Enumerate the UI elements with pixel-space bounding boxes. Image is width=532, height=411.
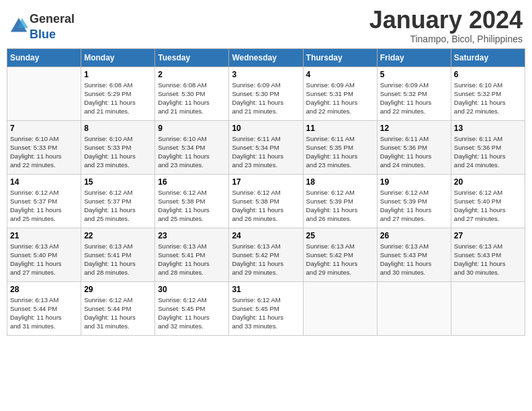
calendar-header: Sunday Monday Tuesday Wednesday Thursday… xyxy=(7,48,525,66)
calendar-cell: 26Sunrise: 6:13 AMSunset: 5:43 PMDayligh… xyxy=(377,228,451,281)
calendar-cell: 9Sunrise: 6:10 AMSunset: 5:34 PMDaylight… xyxy=(155,120,229,174)
calendar-table: Sunday Monday Tuesday Wednesday Thursday… xyxy=(7,48,525,336)
day-number: 25 xyxy=(306,231,374,240)
day-info: Sunrise: 6:11 AMSunset: 5:34 PMDaylight:… xyxy=(232,134,300,170)
day-info: Sunrise: 6:12 AMSunset: 5:37 PMDaylight:… xyxy=(84,188,152,224)
day-info: Sunrise: 6:12 AMSunset: 5:38 PMDaylight:… xyxy=(232,188,300,224)
day-info: Sunrise: 6:09 AMSunset: 5:32 PMDaylight:… xyxy=(380,81,448,116)
day-number: 20 xyxy=(454,177,522,187)
calendar-week-row: 7Sunrise: 6:10 AMSunset: 5:33 PMDaylight… xyxy=(7,120,525,174)
location-text: Tinampo, Bicol, Philippines xyxy=(369,34,523,44)
calendar-week-row: 1Sunrise: 6:08 AMSunset: 5:29 PMDaylight… xyxy=(7,66,525,120)
calendar-cell: 7Sunrise: 6:10 AMSunset: 5:33 PMDaylight… xyxy=(7,120,81,174)
day-info: Sunrise: 6:13 AMSunset: 5:40 PMDaylight:… xyxy=(10,242,78,277)
day-info: Sunrise: 6:10 AMSunset: 5:33 PMDaylight:… xyxy=(10,134,78,170)
calendar-cell: 28Sunrise: 6:13 AMSunset: 5:44 PMDayligh… xyxy=(7,281,81,335)
calendar-cell xyxy=(451,281,525,335)
day-number: 15 xyxy=(84,177,152,187)
day-number: 2 xyxy=(158,70,226,79)
col-monday: Monday xyxy=(81,48,155,66)
day-number: 7 xyxy=(10,124,78,133)
day-info: Sunrise: 6:13 AMSunset: 5:43 PMDaylight:… xyxy=(454,242,522,277)
col-wednesday: Wednesday xyxy=(229,48,303,66)
day-info: Sunrise: 6:09 AMSunset: 5:30 PMDaylight:… xyxy=(232,81,300,116)
logo-icon xyxy=(9,17,28,36)
calendar-week-row: 14Sunrise: 6:12 AMSunset: 5:37 PMDayligh… xyxy=(7,174,525,228)
calendar-cell: 21Sunrise: 6:13 AMSunset: 5:40 PMDayligh… xyxy=(7,228,81,281)
logo: General Blue xyxy=(9,11,75,42)
day-number: 4 xyxy=(306,70,374,79)
calendar-cell: 30Sunrise: 6:12 AMSunset: 5:45 PMDayligh… xyxy=(155,281,229,335)
calendar-cell: 12Sunrise: 6:11 AMSunset: 5:36 PMDayligh… xyxy=(377,120,451,174)
day-info: Sunrise: 6:13 AMSunset: 5:44 PMDaylight:… xyxy=(10,295,78,331)
logo-blue-text: Blue xyxy=(30,28,56,41)
calendar-cell: 24Sunrise: 6:13 AMSunset: 5:42 PMDayligh… xyxy=(229,228,303,281)
day-info: Sunrise: 6:08 AMSunset: 5:30 PMDaylight:… xyxy=(158,81,226,116)
day-number: 3 xyxy=(232,70,300,79)
title-section: January 2024 Tinampo, Bicol, Philippines xyxy=(369,7,523,44)
day-number: 13 xyxy=(454,124,522,133)
day-number: 9 xyxy=(158,124,226,133)
calendar-cell: 13Sunrise: 6:11 AMSunset: 5:36 PMDayligh… xyxy=(451,120,525,174)
col-sunday: Sunday xyxy=(7,48,81,66)
day-info: Sunrise: 6:10 AMSunset: 5:32 PMDaylight:… xyxy=(454,81,522,116)
logo-general-text: General xyxy=(30,12,75,26)
col-tuesday: Tuesday xyxy=(155,48,229,66)
day-number: 28 xyxy=(10,285,78,294)
page-header: General Blue January 2024 Tinampo, Bicol… xyxy=(7,7,525,44)
calendar-cell: 31Sunrise: 6:12 AMSunset: 5:45 PMDayligh… xyxy=(229,281,303,335)
calendar-cell: 16Sunrise: 6:12 AMSunset: 5:38 PMDayligh… xyxy=(155,174,229,228)
calendar-cell: 23Sunrise: 6:13 AMSunset: 5:41 PMDayligh… xyxy=(155,228,229,281)
day-info: Sunrise: 6:13 AMSunset: 5:42 PMDaylight:… xyxy=(232,242,300,277)
day-info: Sunrise: 6:10 AMSunset: 5:34 PMDaylight:… xyxy=(158,134,226,170)
day-number: 21 xyxy=(10,231,78,240)
day-number: 26 xyxy=(380,231,448,240)
day-number: 8 xyxy=(84,124,152,133)
calendar-week-row: 21Sunrise: 6:13 AMSunset: 5:40 PMDayligh… xyxy=(7,228,525,281)
day-number: 1 xyxy=(84,70,152,79)
calendar-cell: 8Sunrise: 6:10 AMSunset: 5:33 PMDaylight… xyxy=(81,120,155,174)
day-info: Sunrise: 6:12 AMSunset: 5:38 PMDaylight:… xyxy=(158,188,226,224)
day-info: Sunrise: 6:12 AMSunset: 5:45 PMDaylight:… xyxy=(232,295,300,331)
calendar-cell: 22Sunrise: 6:13 AMSunset: 5:41 PMDayligh… xyxy=(81,228,155,281)
day-number: 31 xyxy=(232,285,300,294)
day-number: 18 xyxy=(306,177,374,187)
day-number: 12 xyxy=(380,124,448,133)
day-info: Sunrise: 6:11 AMSunset: 5:36 PMDaylight:… xyxy=(454,134,522,170)
day-info: Sunrise: 6:13 AMSunset: 5:41 PMDaylight:… xyxy=(158,242,226,277)
col-friday: Friday xyxy=(377,48,451,66)
day-info: Sunrise: 6:12 AMSunset: 5:39 PMDaylight:… xyxy=(380,188,448,224)
calendar-body: 1Sunrise: 6:08 AMSunset: 5:29 PMDaylight… xyxy=(7,66,525,335)
day-info: Sunrise: 6:08 AMSunset: 5:29 PMDaylight:… xyxy=(84,81,152,116)
day-info: Sunrise: 6:11 AMSunset: 5:35 PMDaylight:… xyxy=(306,134,374,170)
calendar-cell: 3Sunrise: 6:09 AMSunset: 5:30 PMDaylight… xyxy=(229,66,303,120)
calendar-cell: 6Sunrise: 6:10 AMSunset: 5:32 PMDaylight… xyxy=(451,66,525,120)
header-row: Sunday Monday Tuesday Wednesday Thursday… xyxy=(7,48,525,66)
day-info: Sunrise: 6:12 AMSunset: 5:45 PMDaylight:… xyxy=(158,295,226,331)
calendar-cell: 1Sunrise: 6:08 AMSunset: 5:29 PMDaylight… xyxy=(81,66,155,120)
month-title: January 2024 xyxy=(369,7,523,34)
day-info: Sunrise: 6:13 AMSunset: 5:42 PMDaylight:… xyxy=(306,242,374,277)
day-number: 10 xyxy=(232,124,300,133)
day-number: 23 xyxy=(158,231,226,240)
col-saturday: Saturday xyxy=(451,48,525,66)
calendar-cell xyxy=(7,66,81,120)
day-number: 27 xyxy=(454,231,522,240)
day-info: Sunrise: 6:12 AMSunset: 5:40 PMDaylight:… xyxy=(454,188,522,224)
day-number: 30 xyxy=(158,285,226,294)
calendar-cell: 14Sunrise: 6:12 AMSunset: 5:37 PMDayligh… xyxy=(7,174,81,228)
calendar-cell: 5Sunrise: 6:09 AMSunset: 5:32 PMDaylight… xyxy=(377,66,451,120)
day-info: Sunrise: 6:12 AMSunset: 5:37 PMDaylight:… xyxy=(10,188,78,224)
day-number: 16 xyxy=(158,177,226,187)
day-number: 24 xyxy=(232,231,300,240)
calendar-cell: 18Sunrise: 6:12 AMSunset: 5:39 PMDayligh… xyxy=(303,174,377,228)
day-number: 11 xyxy=(306,124,374,133)
day-number: 29 xyxy=(84,285,152,294)
day-number: 19 xyxy=(380,177,448,187)
calendar-cell: 4Sunrise: 6:09 AMSunset: 5:31 PMDaylight… xyxy=(303,66,377,120)
calendar-cell: 29Sunrise: 6:12 AMSunset: 5:44 PMDayligh… xyxy=(81,281,155,335)
day-info: Sunrise: 6:13 AMSunset: 5:41 PMDaylight:… xyxy=(84,242,152,277)
calendar-cell: 19Sunrise: 6:12 AMSunset: 5:39 PMDayligh… xyxy=(377,174,451,228)
calendar-cell: 27Sunrise: 6:13 AMSunset: 5:43 PMDayligh… xyxy=(451,228,525,281)
calendar-cell xyxy=(303,281,377,335)
